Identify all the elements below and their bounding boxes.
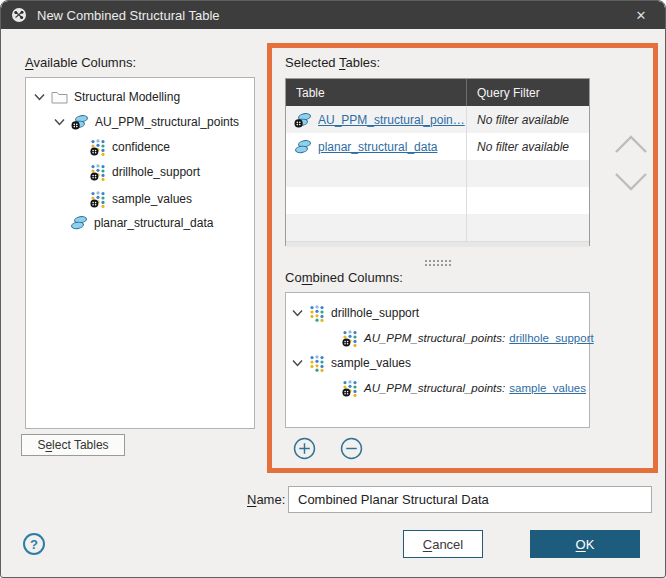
add-column-button[interactable] — [293, 437, 316, 460]
help-button[interactable]: ? — [23, 533, 45, 555]
table-link[interactable]: AU_PPM_structural_poin… — [318, 113, 465, 127]
query-filter-cell: No filter available — [467, 140, 589, 154]
column-dots-icon — [309, 305, 325, 322]
combined-group-label: drillhole_support — [331, 306, 419, 320]
combined-columns-tree: drillhole_support AU_PPM_structural_poin… — [285, 292, 590, 428]
selected-tables-label: Selected Tables: — [285, 55, 380, 70]
combined-group-label: sample_values — [331, 356, 411, 370]
tree-item-column-confidence[interactable]: confidence — [90, 136, 170, 158]
query-filter-cell: No filter available — [467, 113, 589, 127]
table-link[interactable]: planar_structural_data — [318, 140, 437, 154]
move-up-button[interactable] — [613, 133, 649, 155]
cancel-button[interactable]: Cancel — [403, 530, 483, 558]
remove-column-button[interactable] — [340, 437, 363, 460]
structural-disc-badged-icon — [294, 112, 312, 128]
name-label: Name: — [247, 492, 285, 507]
tree-item-column-drillhole-support[interactable]: drillhole_support — [90, 161, 200, 183]
question-icon: ? — [30, 537, 38, 552]
source-column-link[interactable]: sample_values — [509, 382, 586, 394]
dialog-icon — [11, 7, 27, 23]
column-dots-badged-icon — [342, 380, 358, 397]
table-row[interactable]: planar_structural_data No filter availab… — [286, 133, 589, 160]
name-input[interactable] — [288, 486, 652, 513]
title-bar[interactable]: New Combined Structural Table ✕ — [1, 1, 665, 29]
column-header-query-filter[interactable]: Query Filter — [467, 79, 589, 106]
tree-item-label: drillhole_support — [112, 165, 200, 179]
column-dots-badged-icon — [90, 191, 106, 208]
grid-bottom-strip — [286, 241, 589, 247]
tree-item-label: planar_structural_data — [94, 216, 213, 230]
tree-item-label: Structural Modelling — [74, 90, 180, 104]
column-dots-badged-icon — [90, 139, 106, 156]
dialog-title: New Combined Structural Table — [37, 8, 220, 23]
tree-item-structural-modelling[interactable]: Structural Modelling — [34, 86, 180, 108]
expander-chevron-icon[interactable] — [54, 118, 65, 126]
move-down-button[interactable] — [613, 171, 649, 193]
empty-table-row[interactable] — [286, 214, 589, 241]
tree-item-label: confidence — [112, 140, 170, 154]
tree-item-planar-table[interactable]: planar_structural_data — [70, 212, 213, 234]
structural-disc-badged-icon — [71, 114, 89, 130]
empty-table-row[interactable] — [286, 187, 589, 214]
tree-item-label: sample_values — [112, 192, 192, 206]
close-icon[interactable]: ✕ — [621, 1, 661, 29]
expander-chevron-icon[interactable] — [292, 309, 303, 317]
expander-chevron-icon[interactable] — [34, 93, 45, 101]
chevron-up-icon — [613, 133, 649, 155]
structural-disc-icon — [70, 215, 88, 231]
combined-columns-label: Combined Columns: — [285, 270, 403, 285]
minus-icon — [340, 437, 363, 460]
folder-icon — [51, 90, 68, 104]
available-columns-label: Available Columns: — [25, 55, 136, 70]
grid-header: Table Query Filter — [286, 79, 589, 106]
column-header-table[interactable]: Table — [286, 79, 467, 106]
column-dots-icon — [309, 355, 325, 372]
combined-source-row[interactable]: AU_PPM_structural_points: sample_values — [342, 377, 586, 399]
tree-item-label: AU_PPM_structural_points — [95, 115, 239, 129]
combined-group-sample-values[interactable]: sample_values — [292, 352, 411, 374]
available-columns-tree: Structural Modelling AU_PPM_structural_p… — [25, 77, 255, 429]
selected-tables-grid: Table Query Filter AU_PPM_structural_poi… — [285, 78, 590, 246]
combined-source-row[interactable]: AU_PPM_structural_points: drillhole_supp… — [342, 327, 594, 349]
source-column-link[interactable]: drillhole_support — [509, 332, 593, 344]
source-table-label: AU_PPM_structural_points: — [364, 332, 505, 344]
select-tables-button[interactable]: Select Tables — [21, 434, 125, 456]
splitter-handle[interactable] — [425, 260, 451, 266]
plus-icon — [293, 437, 316, 460]
ok-button[interactable]: OK — [530, 530, 640, 558]
table-row[interactable]: AU_PPM_structural_poin… No filter availa… — [286, 106, 589, 133]
empty-table-row[interactable] — [286, 160, 589, 187]
combined-group-drillhole-support[interactable]: drillhole_support — [292, 302, 419, 324]
column-dots-badged-icon — [90, 164, 106, 181]
expander-chevron-icon[interactable] — [292, 359, 303, 367]
dialog-window: New Combined Structural Table ✕ Availabl… — [0, 0, 666, 578]
structural-disc-icon — [294, 139, 312, 155]
tree-item-points-table[interactable]: AU_PPM_structural_points — [54, 111, 239, 133]
chevron-down-icon — [613, 171, 649, 193]
source-table-label: AU_PPM_structural_points: — [364, 382, 505, 394]
tree-item-column-sample-values[interactable]: sample_values — [90, 188, 192, 210]
column-dots-badged-icon — [342, 330, 358, 347]
